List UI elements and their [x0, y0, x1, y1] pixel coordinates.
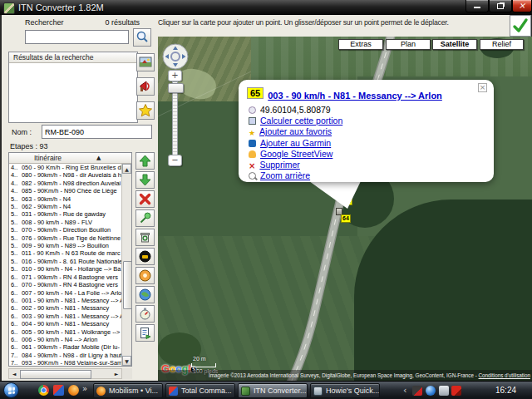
name-input[interactable]: [42, 125, 152, 139]
minimize-button[interactable]: [466, 0, 489, 12]
locate-address-button[interactable]: [136, 53, 155, 71]
popup-close-icon[interactable]: ×: [478, 83, 487, 92]
scroll-right-icon[interactable]: ►: [111, 369, 121, 378]
task-itn-converter[interactable]: ITN Converter...: [238, 383, 308, 398]
list-item[interactable]: 5.. 062 - 90km/h - N4: [9, 203, 121, 210]
favorites-button[interactable]: [136, 101, 155, 120]
horizontal-scroll-thumb[interactable]: [20, 370, 91, 379]
list-item[interactable]: 5.. 008 - 90 km/h - N89 - FLV: [9, 219, 121, 226]
list-item[interactable]: 7.. 093 - 90Km/h - N98 Velaine-sur-Sam: [9, 359, 121, 366]
list-item[interactable]: 6.. 002 - 90 km/h - N81 - Messancy: [9, 304, 121, 312]
restore-icon: [497, 3, 504, 9]
list-item[interactable]: 4.. 082 - 90km/h - N98 direction Auvelai: [9, 180, 121, 187]
list-item[interactable]: 5.. 070 - 90km/h - Direction Bouillon: [9, 226, 121, 234]
vertical-scroll-thumb[interactable]: [123, 261, 132, 309]
maximize-button[interactable]: [489, 0, 512, 12]
vertical-scrollbar[interactable]: ▲ ▼: [121, 164, 131, 366]
list-item[interactable]: 6.. 004 - 90 km/h - N81 - Messancy: [9, 320, 121, 328]
radar-orange-button[interactable]: [135, 267, 155, 284]
gps-compass-button[interactable]: [135, 305, 155, 323]
list-item[interactable]: 5.. 031 - 90km/h - Rue de gawday: [9, 210, 121, 218]
map-type-extras[interactable]: Extras: [338, 39, 383, 50]
list-item[interactable]: 6.. 005 - 90 km/h - N81 - Wolkrange -->: [9, 328, 121, 336]
add-garmin-link[interactable]: Ajouter au Garmin: [260, 138, 331, 148]
tray-icon-1[interactable]: [412, 386, 422, 396]
tray-icon-2[interactable]: [426, 386, 436, 396]
check-button[interactable]: [510, 15, 531, 37]
map-type-relief[interactable]: Relief: [480, 39, 524, 50]
insert-point-button[interactable]: [135, 209, 155, 227]
move-up-button[interactable]: [135, 152, 155, 170]
scroll-left-icon[interactable]: ◄: [9, 369, 19, 378]
red-x-icon: [138, 192, 152, 206]
task-mobilism[interactable]: Mobilism • Vi...: [93, 383, 163, 398]
zoom-out-link[interactable]: Zoom arrière: [260, 170, 310, 180]
itinerary-list[interactable]: Itinéraire ▲ 4.. 050 - 90 Km/h - Ring Es…: [8, 152, 132, 367]
list-item[interactable]: 7.. 084 - 90km/h - N98 - dir Ligny à hau…: [9, 352, 121, 359]
tray-expand-icon[interactable]: ‹: [403, 385, 406, 396]
window-titlebar[interactable]: ITN Converter 1.82M ×: [0, 0, 532, 15]
scroll-up-icon[interactable]: ▲: [122, 164, 131, 174]
list-item[interactable]: 5.. 010 - 90 km/h - N4 - Hollange --> Ba: [9, 265, 121, 273]
list-item[interactable]: 6.. 007 - 90 km/h - N4 - La Folie --> Ar…: [9, 289, 121, 297]
zoom-slider-thumb[interactable]: [168, 83, 184, 93]
itinerary-column-header[interactable]: Itinéraire ▲: [9, 153, 131, 164]
delete-link[interactable]: Supprimer: [259, 160, 299, 170]
terms-link[interactable]: Conditions d'utilisation: [479, 372, 530, 378]
zoom-out-button[interactable]: −: [168, 155, 182, 166]
minimize-icon: [474, 7, 480, 8]
list-item[interactable]: 6.. 003 - 90 km/h - N81 - Messancy --> A: [9, 313, 121, 320]
globe-button[interactable]: [135, 286, 155, 303]
firefox-icon[interactable]: [68, 385, 79, 396]
list-item[interactable]: 4.. 085 - 90Km/h - N90 Chée de Liège: [9, 187, 121, 195]
map-type-satellite[interactable]: Satellite: [432, 39, 477, 50]
export-button[interactable]: [135, 324, 155, 342]
zoom-out-magnifier-icon: [249, 172, 256, 180]
tray-icon-3[interactable]: [439, 386, 449, 396]
streetview-link[interactable]: Google StreetView: [260, 149, 332, 159]
task-howies-quick[interactable]: Howie's Quick...: [310, 383, 380, 398]
list-item[interactable]: 5.. 009 - 90 km/h - N89 --> Bouillon: [9, 242, 121, 249]
total-commander-icon[interactable]: [53, 385, 64, 396]
popup-title-link[interactable]: 003 - 90 km/h - N81 - Messancy --> Arlon: [268, 91, 442, 101]
recycle-bin-button[interactable]: [135, 229, 155, 246]
tray-icon-4[interactable]: [451, 386, 461, 396]
search-input[interactable]: [25, 30, 129, 44]
speed-camera-orange-icon: [138, 268, 152, 283]
pan-control[interactable]: [162, 43, 189, 70]
list-item[interactable]: 6.. 071 - 90km/h - RN 4 Bastogne vers: [9, 273, 121, 281]
list-item[interactable]: 5.. 016 - 90km/h - 8. 61 Route Nationale: [9, 258, 121, 265]
search-results-list[interactable]: Résultats de la recherche: [8, 52, 138, 123]
zoom-in-button[interactable]: +: [168, 70, 182, 81]
search-button[interactable]: [133, 28, 151, 47]
search-label: Rechercher: [25, 18, 64, 27]
calculate-portion-link[interactable]: Calculer cette portion: [260, 116, 342, 126]
close-button[interactable]: ×: [512, 0, 532, 12]
list-item[interactable]: 4.. 050 - 90 Km/h - Ring Est Bruxelles d…: [9, 164, 121, 171]
list-item[interactable]: 6.. 006 - 90 km/h - N4 --> Arlon: [9, 336, 121, 343]
move-down-button[interactable]: [135, 171, 155, 189]
waypoint-label[interactable]: 64: [341, 214, 351, 223]
map-canvas[interactable]: Extras Plan Satellite Relief + − 62 64: [158, 37, 532, 381]
speed-camera-dark-icon: [138, 249, 152, 264]
list-item[interactable]: 5.. 063 - 90km/h - N4: [9, 195, 121, 203]
list-item[interactable]: 5.. 011 - 90 Km/h - N 63 Route de marc: [9, 249, 121, 257]
list-item[interactable]: 6.. 061 - 90km/h - Radar Mobile (Dir lu-: [9, 343, 121, 351]
chrome-icon[interactable]: [38, 385, 49, 396]
taskbar-clock[interactable]: 16:24: [495, 386, 516, 395]
delete-point-button[interactable]: [135, 190, 155, 208]
scroll-down-icon[interactable]: ▼: [122, 356, 131, 366]
horizontal-scrollbar[interactable]: ◄ ►: [8, 368, 122, 379]
radar-dark-button[interactable]: [135, 248, 155, 265]
map-type-plan[interactable]: Plan: [386, 39, 431, 50]
start-button[interactable]: [3, 382, 19, 398]
add-favorites-link[interactable]: Ajouter aux favoris: [259, 126, 332, 136]
delete-x-icon: ×: [249, 161, 255, 170]
list-item[interactable]: 5.. 076 - 90km/h - Rue Tige de Nettinne: [9, 234, 121, 242]
list-item[interactable]: 6.. 070 - 90km/h - RN 4 Bastogne vers: [9, 281, 121, 288]
task-total-commander[interactable]: Total Comma...: [165, 383, 235, 398]
poi-button[interactable]: [136, 77, 155, 96]
list-item[interactable]: 4.. 080 - 90km/h - N98 - dir Auvelais à …: [9, 171, 121, 179]
list-item[interactable]: 6.. 001 - 90 km/h - N81 - Messancy --> A: [9, 297, 121, 304]
quicklaunch-overflow-icon[interactable]: »: [82, 384, 91, 395]
